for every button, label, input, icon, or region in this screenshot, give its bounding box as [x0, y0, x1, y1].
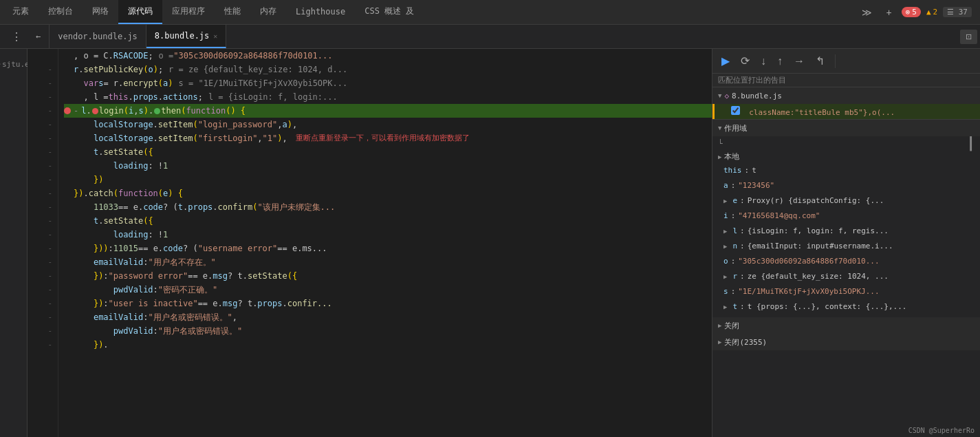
code-line-18: pwdValid: "密码不正确。" [64, 283, 712, 297]
scope-item-o: o : "305c300d06092a864886f70d010... [712, 254, 980, 269]
file-tab-vendor[interactable]: vendor.bundle.js [50, 25, 146, 48]
file-tab-back[interactable]: ← [28, 25, 50, 48]
step-out-button[interactable]: ↑ [774, 54, 786, 69]
scope-group-local[interactable]: ▶ 本地 [712, 150, 980, 163]
closed-chevron-icon: ▶ [718, 322, 721, 329]
add-tab-button[interactable]: + [882, 6, 895, 19]
step-into-button[interactable]: ↓ [757, 54, 770, 69]
file-entry-text: className:"titleBule mb5"},o(... [749, 108, 895, 117]
closed2-chevron-icon: ▶ [718, 339, 721, 345]
tab-sources[interactable]: 源代码 [118, 0, 162, 24]
tab-lighthouse[interactable]: Lighthouse [286, 0, 355, 24]
tab-console[interactable]: 控制台 [39, 0, 83, 24]
step-over-button[interactable]: ⟳ [737, 53, 753, 69]
sidebar-icon-1[interactable]: ···sjtu.edu [4, 54, 23, 74]
code-line-1: , o = C.RSACODE; o = "305c300d06092a8648… [64, 49, 712, 63]
breakpoint-dot-red [64, 107, 71, 114]
info-badge: ☰ 37 [943, 7, 972, 17]
code-line-12: 11033 == e.code ? (t.props.confirm("该用户未… [64, 200, 712, 214]
bundle8-tab-label: 8.bundle.js [155, 31, 209, 41]
code-line-14: loading: !1 [64, 228, 712, 242]
deactivate-button[interactable]: ↰ [812, 53, 828, 69]
step-button[interactable]: → [790, 54, 808, 69]
tab-elements[interactable]: 元素 [3, 0, 39, 24]
local-chevron-icon: ▶ [718, 153, 721, 160]
code-line-20: emailValid: "用户名或密码错误。", [64, 310, 712, 324]
scope-item-l[interactable]: ▶ l : {isLogin: f, login: f, regis... [712, 224, 980, 239]
vendor-tab-label: vendor.bundle.js [58, 32, 138, 41]
line-numbers: - - - - - - - - - - - - - - - - - - - - [28, 49, 58, 437]
code-line-9: loading: !1 [64, 159, 712, 173]
panel-top-text: 匹配位置打出的告目 [718, 76, 786, 85]
error-badge: ⊗ 5 [902, 7, 921, 17]
error-count: 5 [912, 8, 917, 17]
top-tabbar: 元素 控制台 网络 源代码 应用程序 性能 内存 Lighthouse CSS … [0, 0, 980, 25]
sidebar-toggle-button[interactable]: ⋮ [6, 30, 28, 43]
code-line-11: }).catch(function(e) { [64, 186, 712, 200]
tab-application[interactable]: 应用程序 [162, 0, 215, 24]
right-panel-content: ▼ 作用域 └ ┃ ▶ 本地 this : t a : "123 [712, 120, 980, 423]
csdn-watermark: CSDN @SuperherRo [908, 427, 974, 434]
code-line-3: var s = r.encrypt(a) s = "1E/1MuiTK6tjF+… [64, 76, 712, 90]
scope-item-a: a : "123456" [712, 178, 980, 193]
resume-button[interactable]: ▶ [718, 53, 733, 69]
bundle8-tab-close[interactable]: ✕ [213, 32, 217, 40]
closed-section-header[interactable]: ▶ 关闭 [712, 317, 980, 334]
scope-item-n[interactable]: ▶ n : {emailInput: input#username.i... [712, 239, 980, 254]
local-group-label: 本地 [724, 151, 739, 162]
file-tabs: ⋮ ← vendor.bundle.js 8.bundle.js ✕ ⊡ [0, 25, 980, 49]
warn-badge: ▲ 2 [926, 8, 937, 17]
scope-item-r[interactable]: ▶ r : ze {default_key_size: 1024, ... [712, 269, 980, 284]
code-content: , o = C.RSACODE; o = "305c300d06092a8648… [58, 49, 712, 437]
file-nav-button[interactable]: ⊡ [960, 30, 977, 44]
scope-section-label: 作用域 [724, 123, 747, 134]
file-section-header[interactable]: ▼ ◇ 8.bundle.js [712, 87, 980, 104]
code-line-5-active: - l. login(i, s). then(function() { [64, 104, 712, 118]
expand-n-icon: ▶ [723, 240, 727, 253]
expand-e-icon: ▶ [723, 195, 727, 207]
code-line-21: pwdValid: "用户名或密码错误。" [64, 324, 712, 338]
expand-t-icon: ▶ [723, 301, 727, 313]
scope-item-this: this : t [712, 163, 980, 178]
code-line-6: localStorage.setItem("login_password", a… [64, 118, 712, 131]
left-sidebar: ···sjtu.edu [0, 49, 28, 437]
file-tab-bundle8[interactable]: 8.bundle.js ✕ [146, 25, 227, 48]
cursor-area: └ ┃ [712, 136, 980, 150]
scope-item-e[interactable]: ▶ e : Proxy(r) {dispatchConfig: {... [712, 193, 980, 209]
error-icon: ⊗ [906, 8, 911, 17]
code-line-15: })) : 11015 == e.code ? ("username error… [64, 242, 712, 255]
scope-item-t[interactable]: ▶ t : t {props: {...}, context: {...},..… [712, 299, 980, 315]
breakpoint-checkbox[interactable] [731, 106, 740, 115]
code-line-2: r.setPublicKey(o); r = ze {default_key_s… [64, 63, 712, 76]
main-content: ···sjtu.edu - - - - - - - - - - - - - - … [0, 49, 980, 437]
tab-memory[interactable]: 内存 [250, 0, 286, 24]
tab-css[interactable]: CSS 概述 及 [355, 0, 424, 24]
scope-item-s: s : "1E/1MuiTK6tjF+jXvX0ybi5OPKJ... [712, 284, 980, 299]
warn-icon: ▲ [926, 8, 931, 17]
code-line-22: }). [64, 338, 712, 352]
scope-item-i: i : "471656814@qq.com" [712, 209, 980, 224]
expand-r-icon: ▶ [723, 270, 727, 283]
more-tabs-button[interactable]: ≫ [858, 6, 876, 19]
watermark-area: CSDN @SuperherRo [712, 423, 980, 437]
closed2-section-header[interactable]: ▶ 关闭(2355) [712, 334, 980, 350]
panel-top-label: 匹配位置打出的告目 [712, 74, 980, 87]
expand-l-icon: ▶ [723, 225, 727, 237]
code-line-7: localStorage.setItem("firstLogin", "1"),… [64, 131, 712, 145]
warn-count: 2 [933, 8, 938, 17]
code-area: - - - - - - - - - - - - - - - - - - - - [28, 49, 712, 437]
file-entry[interactable]: className:"titleBule mb5"},o(... [712, 104, 980, 119]
code-line-13: t.setState({ [64, 214, 712, 228]
tab-performance[interactable]: 性能 [215, 0, 250, 24]
info-count: 37 [959, 8, 968, 17]
topbar-actions: ≫ + ⊗ 5 ▲ 2 ☰ 37 [858, 6, 977, 19]
file-chevron-icon: ▼ [718, 92, 721, 99]
code-panel: - - - - - - - - - - - - - - - - - - - - [28, 49, 712, 437]
scope-section-header[interactable]: ▼ 作用域 [712, 120, 980, 136]
code-line-4: , l = this.props.actions; l = {isLogin: … [64, 90, 712, 104]
annotation-text: 重断点重新登录一下，可以看到作用域有加密数据了 [296, 131, 470, 145]
file-section: ▼ ◇ 8.bundle.js className:"titleBule mb5… [712, 87, 980, 120]
closed-section-label: 关闭 [724, 321, 739, 331]
tab-network[interactable]: 网络 [83, 0, 118, 24]
closed2-section-label: 关闭(2355) [724, 337, 767, 348]
